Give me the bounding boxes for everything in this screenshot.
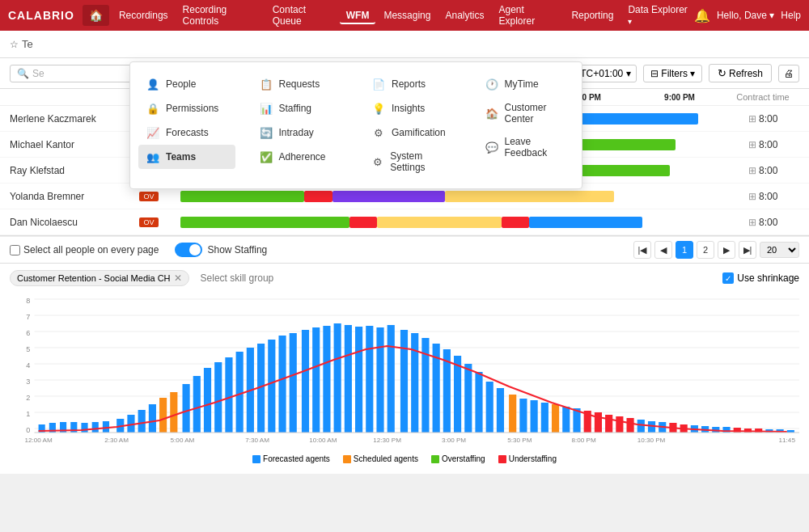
refresh-button[interactable]: ↻ Refresh [709, 64, 772, 82]
gamification-icon: ⚙ [372, 126, 385, 139]
page-size-selector[interactable]: 20 50 100 [760, 242, 799, 258]
svg-text:0: 0 [26, 426, 30, 434]
toggle-knob [189, 244, 201, 255]
nav-contact-queue[interactable]: Contact Queue [266, 1, 338, 30]
page-1-button[interactable]: 1 [676, 241, 693, 259]
overstaffing-label: Overstaffing [442, 454, 485, 463]
menu-requests-label: Requests [279, 78, 320, 90]
svg-text:3:00 PM: 3:00 PM [442, 437, 467, 444]
menu-system-settings[interactable]: ⚙ System Settings [364, 145, 461, 179]
menu-reports[interactable]: 📄 Reports [364, 72, 461, 96]
chart-svg: 0 1 2 3 4 5 6 7 8 [10, 291, 799, 445]
svg-rect-43 [312, 327, 320, 433]
show-staffing-toggle[interactable] [175, 243, 202, 257]
svg-text:7: 7 [26, 313, 30, 321]
svg-rect-73 [637, 420, 645, 433]
svg-text:12:30 PM: 12:30 PM [373, 437, 401, 444]
svg-rect-34 [214, 362, 222, 433]
menu-adherence[interactable]: ✅ Adherence [252, 145, 349, 169]
nav-right: 🔔 Hello, Dave ▾ Help [694, 8, 801, 23]
menu-intraday[interactable]: 🔄 Intraday [252, 120, 349, 145]
menu-mytime[interactable]: 🕐 MyTime [477, 72, 574, 96]
svg-rect-72 [627, 418, 634, 433]
filters-button[interactable]: ⊟ Filters ▾ [643, 65, 702, 82]
svg-text:10:30 PM: 10:30 PM [637, 437, 666, 444]
page-2-button[interactable]: 2 [697, 241, 714, 259]
prev-page-button[interactable]: ◀ [654, 241, 672, 259]
menu-leave-feedback[interactable]: 💬 Leave Feedback [477, 130, 574, 164]
nav-agent-explorer[interactable]: Agent Explorer [492, 1, 563, 30]
menu-people[interactable]: 👤 People [138, 72, 235, 96]
svg-rect-53 [421, 338, 429, 433]
breadcrumb-text: Te [22, 38, 33, 50]
svg-rect-64 [541, 403, 549, 433]
menu-forecasts[interactable]: 📈 Forecasts [138, 120, 235, 145]
svg-rect-39 [268, 340, 275, 433]
grid-icon: ⊞ [748, 217, 756, 228]
user-menu[interactable]: Hello, Dave ▾ [717, 10, 774, 21]
skill-group-input[interactable] [196, 271, 327, 285]
nav-data-explorer[interactable]: Data Explorer [621, 1, 694, 30]
svg-text:5:00 AM: 5:00 AM [171, 437, 195, 444]
svg-rect-22 [81, 423, 87, 433]
search-placeholder: Se [32, 68, 44, 79]
menu-teams[interactable]: 👥 Teams [138, 145, 235, 169]
svg-rect-35 [225, 357, 232, 433]
svg-text:5: 5 [26, 345, 30, 353]
svg-rect-29 [159, 398, 167, 433]
nav-reporting[interactable]: Reporting [565, 6, 620, 24]
svg-rect-49 [376, 327, 383, 433]
nav-recordings[interactable]: Recordings [112, 6, 175, 24]
grid-icon: ⊞ [748, 139, 756, 150]
svg-text:4: 4 [26, 361, 30, 369]
chart-toolbar: Customer Retention - Social Media CH ✕ ✓… [10, 270, 799, 286]
sub-navigation: ☆ Te 👤 People 🔒 Permissions 📈 Forecasts … [0, 31, 809, 58]
menu-teams-label: Teams [166, 151, 196, 163]
use-shrinkage-label: Use shrinkage [737, 272, 799, 284]
forecasted-label: Forecasted agents [263, 454, 330, 463]
legend-understaffing: Understaffing [498, 454, 557, 463]
reports-icon: 📄 [372, 78, 385, 91]
chart-tag-close-button[interactable]: ✕ [174, 272, 182, 284]
next-page-button[interactable]: ▶ [718, 241, 735, 259]
menu-gamification[interactable]: ⚙ Gamification [364, 120, 461, 145]
nav-messaging[interactable]: Messaging [377, 6, 437, 24]
svg-text:5:30 PM: 5:30 PM [507, 437, 532, 444]
select-all-checkbox-label[interactable]: Select all people on every page [10, 244, 159, 255]
use-shrinkage-checkbox[interactable]: ✓ [722, 272, 734, 284]
schedule-bar [163, 213, 726, 231]
menu-forecasts-label: Forecasts [166, 127, 209, 138]
nav-wfm[interactable]: WFM [340, 6, 376, 24]
menu-reports-label: Reports [392, 78, 426, 90]
help-link[interactable]: Help [781, 10, 801, 21]
svg-rect-62 [519, 399, 527, 433]
last-page-button[interactable]: ▶| [739, 241, 756, 259]
breadcrumb-icon: ☆ [10, 39, 19, 50]
menu-insights[interactable]: 💡 Insights [364, 96, 461, 120]
svg-rect-59 [486, 382, 493, 433]
svg-text:11:45: 11:45 [779, 437, 796, 444]
menu-permissions[interactable]: 🔒 Permissions [138, 96, 235, 120]
staffing-chart: 0 1 2 3 4 5 6 7 8 [10, 291, 799, 453]
nav-recording-controls[interactable]: Recording Controls [176, 1, 265, 30]
print-icon-button[interactable]: 🖨 [778, 65, 799, 82]
menu-staffing[interactable]: 📊 Staffing [252, 96, 349, 120]
svg-rect-60 [497, 388, 504, 433]
home-button[interactable]: 🏠 [83, 5, 109, 26]
breadcrumb: ☆ Te [10, 38, 33, 50]
scheduled-color [343, 455, 351, 463]
nav-analytics[interactable]: Analytics [438, 6, 490, 24]
svg-rect-70 [605, 415, 612, 433]
select-all-checkbox[interactable] [10, 245, 20, 255]
menu-customer-center[interactable]: 🏠 Customer Center [477, 96, 574, 130]
svg-rect-51 [400, 330, 408, 433]
first-page-button[interactable]: |◀ [633, 241, 651, 259]
understaffing-label: Understaffing [509, 454, 557, 463]
legend-scheduled: Scheduled agents [343, 454, 418, 463]
menu-leave-feedback-label: Leave Feedback [505, 136, 566, 158]
dropdown-col-1: 👤 People 🔒 Permissions 📈 Forecasts 👥 Tea… [130, 72, 244, 179]
use-shrinkage-group: ✓ Use shrinkage [722, 272, 799, 284]
svg-rect-31 [183, 384, 190, 433]
menu-requests[interactable]: 📋 Requests [252, 72, 349, 96]
notifications-bell[interactable]: 🔔 [694, 8, 710, 23]
